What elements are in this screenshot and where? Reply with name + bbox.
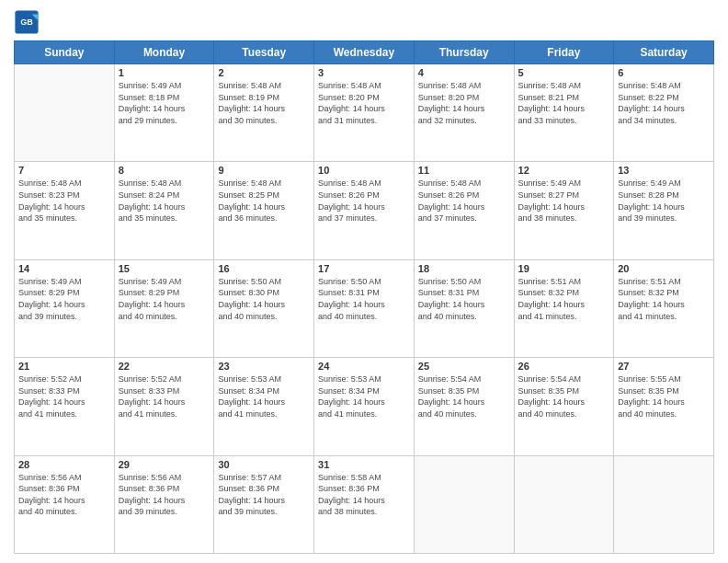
day-info: Sunrise: 5:48 AM Sunset: 8:24 PM Dayligh… [119, 178, 210, 224]
day-of-week-header: Tuesday [214, 41, 314, 64]
day-number: 18 [418, 263, 510, 274]
day-info: Sunrise: 5:48 AM Sunset: 8:26 PM Dayligh… [418, 178, 510, 224]
day-of-week-header: Monday [114, 41, 214, 64]
logo-icon: GB [14, 9, 40, 35]
day-number: 16 [218, 263, 310, 274]
day-info: Sunrise: 5:48 AM Sunset: 8:19 PM Dayligh… [218, 80, 310, 126]
calendar-day-cell: 18Sunrise: 5:50 AM Sunset: 8:31 PM Dayli… [414, 259, 514, 357]
day-number: 9 [218, 165, 310, 176]
day-number: 15 [119, 263, 210, 274]
day-info: Sunrise: 5:48 AM Sunset: 8:21 PM Dayligh… [518, 80, 610, 126]
day-info: Sunrise: 5:50 AM Sunset: 8:31 PM Dayligh… [318, 276, 410, 322]
day-info: Sunrise: 5:49 AM Sunset: 8:18 PM Dayligh… [119, 80, 210, 126]
calendar-day-cell: 15Sunrise: 5:49 AM Sunset: 8:29 PM Dayli… [114, 259, 214, 357]
day-info: Sunrise: 5:48 AM Sunset: 8:22 PM Dayligh… [618, 80, 710, 126]
calendar-day-cell: 12Sunrise: 5:49 AM Sunset: 8:27 PM Dayli… [514, 162, 614, 259]
day-info: Sunrise: 5:51 AM Sunset: 8:32 PM Dayligh… [518, 276, 610, 322]
day-number: 20 [618, 263, 710, 274]
day-number: 27 [618, 361, 710, 372]
calendar-day-cell: 11Sunrise: 5:48 AM Sunset: 8:26 PM Dayli… [414, 162, 514, 259]
calendar-day-cell: 21Sunrise: 5:52 AM Sunset: 8:33 PM Dayli… [15, 358, 115, 455]
calendar-day-cell: 23Sunrise: 5:53 AM Sunset: 8:34 PM Dayli… [214, 358, 314, 455]
calendar-day-cell: 14Sunrise: 5:49 AM Sunset: 8:29 PM Dayli… [15, 259, 115, 357]
day-number: 1 [119, 67, 210, 78]
day-info: Sunrise: 5:54 AM Sunset: 8:35 PM Dayligh… [518, 373, 610, 419]
day-number: 3 [318, 67, 410, 78]
day-info: Sunrise: 5:50 AM Sunset: 8:30 PM Dayligh… [218, 276, 310, 322]
day-number: 30 [218, 459, 310, 470]
day-number: 21 [18, 361, 110, 372]
header: GB [14, 9, 714, 35]
day-info: Sunrise: 5:51 AM Sunset: 8:32 PM Dayligh… [618, 276, 710, 322]
day-number: 23 [218, 361, 310, 372]
calendar-day-cell: 31Sunrise: 5:58 AM Sunset: 8:36 PM Dayli… [314, 455, 415, 553]
day-number: 28 [18, 459, 110, 470]
calendar-week-row: 14Sunrise: 5:49 AM Sunset: 8:29 PM Dayli… [15, 259, 714, 357]
day-number: 12 [518, 165, 610, 176]
calendar-day-cell: 4Sunrise: 5:48 AM Sunset: 8:20 PM Daylig… [414, 64, 514, 162]
day-number: 10 [318, 165, 410, 176]
day-number: 13 [618, 165, 710, 176]
day-info: Sunrise: 5:56 AM Sunset: 8:36 PM Dayligh… [18, 472, 110, 518]
day-number: 7 [18, 165, 110, 176]
day-number: 29 [119, 459, 210, 470]
day-info: Sunrise: 5:57 AM Sunset: 8:36 PM Dayligh… [218, 472, 310, 518]
day-number: 22 [119, 361, 210, 372]
day-number: 25 [418, 361, 510, 372]
day-info: Sunrise: 5:49 AM Sunset: 8:28 PM Dayligh… [618, 178, 710, 224]
calendar-day-cell: 19Sunrise: 5:51 AM Sunset: 8:32 PM Dayli… [514, 259, 614, 357]
calendar-day-cell: 5Sunrise: 5:48 AM Sunset: 8:21 PM Daylig… [514, 64, 614, 162]
calendar-day-cell: 24Sunrise: 5:53 AM Sunset: 8:34 PM Dayli… [314, 358, 415, 455]
calendar-day-cell [514, 455, 614, 553]
calendar-day-cell: 16Sunrise: 5:50 AM Sunset: 8:30 PM Dayli… [214, 259, 314, 357]
day-of-week-header: Wednesday [314, 41, 415, 64]
calendar-table: SundayMondayTuesdayWednesdayThursdayFrid… [14, 40, 714, 554]
day-number: 19 [518, 263, 610, 274]
calendar-week-row: 21Sunrise: 5:52 AM Sunset: 8:33 PM Dayli… [15, 358, 714, 455]
day-number: 31 [318, 459, 410, 470]
day-info: Sunrise: 5:58 AM Sunset: 8:36 PM Dayligh… [318, 472, 410, 518]
logo: GB [14, 9, 43, 35]
calendar-day-cell: 22Sunrise: 5:52 AM Sunset: 8:33 PM Dayli… [114, 358, 214, 455]
day-info: Sunrise: 5:48 AM Sunset: 8:20 PM Dayligh… [418, 80, 510, 126]
day-info: Sunrise: 5:48 AM Sunset: 8:23 PM Dayligh… [18, 178, 110, 224]
calendar-day-cell [15, 64, 115, 162]
svg-text:GB: GB [20, 17, 33, 27]
calendar-day-cell: 17Sunrise: 5:50 AM Sunset: 8:31 PM Dayli… [314, 259, 415, 357]
day-of-week-header: Friday [514, 41, 614, 64]
calendar-day-cell: 9Sunrise: 5:48 AM Sunset: 8:25 PM Daylig… [214, 162, 314, 259]
day-info: Sunrise: 5:52 AM Sunset: 8:33 PM Dayligh… [18, 373, 110, 419]
calendar-day-cell: 10Sunrise: 5:48 AM Sunset: 8:26 PM Dayli… [314, 162, 415, 259]
day-info: Sunrise: 5:49 AM Sunset: 8:27 PM Dayligh… [518, 178, 610, 224]
calendar-week-row: 1Sunrise: 5:49 AM Sunset: 8:18 PM Daylig… [15, 64, 714, 162]
calendar-day-cell: 3Sunrise: 5:48 AM Sunset: 8:20 PM Daylig… [314, 64, 415, 162]
day-info: Sunrise: 5:49 AM Sunset: 8:29 PM Dayligh… [18, 276, 110, 322]
day-of-week-header: Sunday [15, 41, 115, 64]
calendar-day-cell: 13Sunrise: 5:49 AM Sunset: 8:28 PM Dayli… [614, 162, 714, 259]
day-info: Sunrise: 5:49 AM Sunset: 8:29 PM Dayligh… [119, 276, 210, 322]
page: GB SundayMondayTuesdayWednesdayThursdayF… [0, 0, 728, 563]
day-info: Sunrise: 5:48 AM Sunset: 8:20 PM Dayligh… [318, 80, 410, 126]
calendar-week-row: 28Sunrise: 5:56 AM Sunset: 8:36 PM Dayli… [15, 455, 714, 553]
day-info: Sunrise: 5:50 AM Sunset: 8:31 PM Dayligh… [418, 276, 510, 322]
calendar-day-cell: 28Sunrise: 5:56 AM Sunset: 8:36 PM Dayli… [15, 455, 115, 553]
calendar-header-row: SundayMondayTuesdayWednesdayThursdayFrid… [15, 41, 714, 64]
day-number: 24 [318, 361, 410, 372]
day-number: 17 [318, 263, 410, 274]
day-info: Sunrise: 5:56 AM Sunset: 8:36 PM Dayligh… [119, 472, 210, 518]
day-info: Sunrise: 5:53 AM Sunset: 8:34 PM Dayligh… [218, 373, 310, 419]
day-info: Sunrise: 5:53 AM Sunset: 8:34 PM Dayligh… [318, 373, 410, 419]
calendar-day-cell [414, 455, 514, 553]
day-number: 6 [618, 67, 710, 78]
calendar-day-cell: 27Sunrise: 5:55 AM Sunset: 8:35 PM Dayli… [614, 358, 714, 455]
day-number: 4 [418, 67, 510, 78]
calendar-day-cell: 1Sunrise: 5:49 AM Sunset: 8:18 PM Daylig… [114, 64, 214, 162]
calendar-day-cell: 6Sunrise: 5:48 AM Sunset: 8:22 PM Daylig… [614, 64, 714, 162]
calendar-day-cell: 2Sunrise: 5:48 AM Sunset: 8:19 PM Daylig… [214, 64, 314, 162]
calendar-day-cell: 30Sunrise: 5:57 AM Sunset: 8:36 PM Dayli… [214, 455, 314, 553]
day-info: Sunrise: 5:54 AM Sunset: 8:35 PM Dayligh… [418, 373, 510, 419]
day-of-week-header: Saturday [614, 41, 714, 64]
day-info: Sunrise: 5:52 AM Sunset: 8:33 PM Dayligh… [119, 373, 210, 419]
day-number: 11 [418, 165, 510, 176]
calendar-day-cell: 8Sunrise: 5:48 AM Sunset: 8:24 PM Daylig… [114, 162, 214, 259]
